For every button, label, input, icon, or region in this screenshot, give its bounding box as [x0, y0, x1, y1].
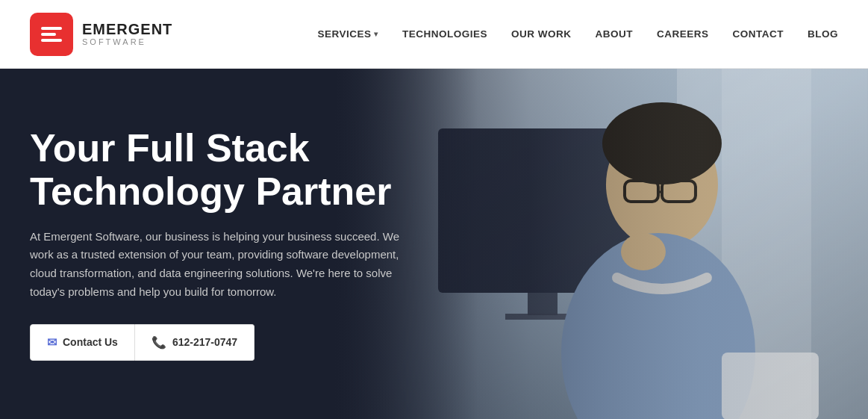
logo-sub: SOFTWARE [82, 37, 172, 46]
svg-rect-0 [41, 27, 62, 30]
logo-link[interactable]: EMERGENT SOFTWARE [30, 13, 172, 56]
hero-description: At Emergent Software, our business is he… [30, 228, 403, 302]
logo-text: EMERGENT SOFTWARE [82, 21, 172, 46]
nav-item-ourwork[interactable]: OUR WORK [511, 28, 572, 40]
site-header: EMERGENT SOFTWARE SERVICES ▾ TECHNOLOGIE… [0, 0, 868, 69]
nav-item-about[interactable]: ABOUT [595, 28, 633, 40]
nav-item-services[interactable]: SERVICES ▾ [317, 28, 378, 40]
hero-cta-buttons: ✉ Contact Us 📞 612-217-0747 [30, 324, 448, 361]
nav-item-contact[interactable]: CONTACT [733, 28, 784, 40]
main-nav: SERVICES ▾ TECHNOLOGIES OUR WORK ABOUT C… [317, 28, 838, 40]
hero-content: Your Full Stack Technology Partner At Em… [30, 69, 448, 419]
hero-title: Your Full Stack Technology Partner [30, 127, 448, 212]
logo-icon [30, 13, 73, 56]
envelope-icon: ✉ [47, 335, 57, 350]
nav-item-blog[interactable]: BLOG [808, 28, 838, 40]
contact-us-button[interactable]: ✉ Contact Us [30, 324, 135, 361]
logo-name: EMERGENT [82, 21, 172, 37]
logo-svg [38, 21, 65, 48]
svg-rect-2 [41, 39, 62, 42]
phone-button[interactable]: 📞 612-217-0747 [135, 324, 255, 361]
svg-rect-1 [41, 33, 56, 36]
nav-item-careers[interactable]: CAREERS [657, 28, 709, 40]
hero-section: Your Full Stack Technology Partner At Em… [0, 69, 868, 419]
nav-item-technologies[interactable]: TECHNOLOGIES [402, 28, 487, 40]
phone-icon: 📞 [152, 335, 166, 350]
chevron-down-icon: ▾ [374, 30, 378, 38]
